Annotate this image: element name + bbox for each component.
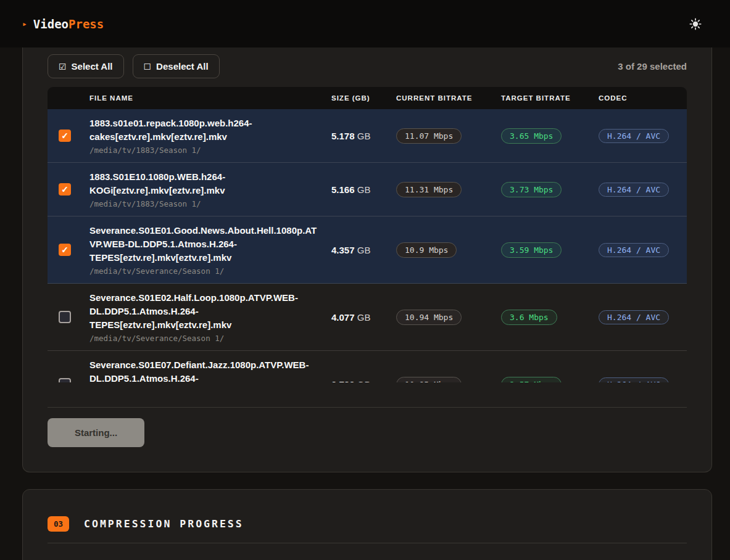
selection-status: 3 of 29 selected bbox=[618, 61, 687, 72]
play-arrow-icon: ▸ bbox=[22, 20, 27, 28]
app-logo: ▸ VideoPress bbox=[22, 17, 104, 31]
main-content: ☑ Select All ☐ Deselect All 3 of 29 sele… bbox=[0, 47, 730, 560]
current-bitrate-badge: 11.07 Mbps bbox=[396, 128, 462, 144]
column-codec: CODEC bbox=[599, 94, 687, 102]
file-size-unit: GB bbox=[355, 245, 371, 255]
file-size-unit: GB bbox=[355, 312, 371, 323]
file-name: Severance.S01E07.Defiant.Jazz.1080p.ATVP… bbox=[89, 358, 320, 382]
current-bitrate-badge: 10.94 Mbps bbox=[396, 310, 462, 325]
table-row[interactable]: ✓ 1883.s01e01.repack.1080p.web.h264-cake… bbox=[48, 109, 687, 163]
select-all-label: Select All bbox=[72, 61, 113, 72]
section-header: 03 COMPRESSION PROGRESS bbox=[48, 516, 687, 532]
file-size-value: 4.357 bbox=[331, 245, 355, 255]
table-row[interactable]: ✓ 1883.S01E10.1080p.WEB.h264-KOGi[eztv.r… bbox=[48, 163, 687, 216]
sun-icon bbox=[689, 18, 702, 30]
file-size: 5.178 GB bbox=[331, 131, 396, 141]
file-path: /media/tv/1883/Season 1/ bbox=[89, 146, 320, 155]
deselect-all-label: Deselect All bbox=[156, 61, 209, 72]
column-size: SIZE (GB) bbox=[331, 94, 396, 102]
selection-toolbar: ☑ Select All ☐ Deselect All 3 of 29 sele… bbox=[48, 54, 687, 78]
file-size-unit: GB bbox=[355, 184, 371, 195]
current-bitrate-badge: 11.31 Mbps bbox=[396, 182, 462, 197]
codec-badge: H.264 / AVC bbox=[599, 243, 669, 257]
row-checkbox[interactable] bbox=[59, 311, 71, 323]
column-target-bitrate: TARGET BITRATE bbox=[501, 94, 599, 102]
row-checkbox[interactable] bbox=[59, 378, 71, 382]
codec-badge: H.264 / AVC bbox=[599, 310, 669, 324]
current-bitrate-badge: 10.85 Mbps bbox=[396, 377, 462, 383]
file-name: Severance.S01E02.Half.Loop.1080p.ATVP.WE… bbox=[89, 291, 320, 332]
row-checkbox[interactable]: ✓ bbox=[59, 183, 71, 196]
section-divider bbox=[48, 543, 687, 543]
start-compression-button[interactable]: Starting... bbox=[48, 418, 144, 447]
file-size: 5.166 GB bbox=[331, 184, 396, 195]
table-row[interactable]: ✓ Severance.S01E01.Good.News.About.Hell.… bbox=[48, 216, 687, 284]
row-checkbox[interactable]: ✓ bbox=[59, 130, 71, 142]
column-current-bitrate: CURRENT BITRATE bbox=[396, 94, 501, 102]
column-file-name: FILE NAME bbox=[89, 94, 331, 102]
file-name: 1883.S01E10.1080p.WEB.h264-KOGi[eztv.re]… bbox=[89, 170, 320, 197]
app-header: ▸ VideoPress bbox=[0, 0, 730, 47]
empty-box-icon: ☐ bbox=[144, 62, 152, 72]
target-bitrate-badge: 3.6 Mbps bbox=[501, 310, 557, 325]
target-bitrate-badge: 3.65 Mbps bbox=[501, 128, 562, 144]
current-bitrate-badge: 10.9 Mbps bbox=[396, 242, 457, 258]
file-table-body: ✓ 1883.s01e01.repack.1080p.web.h264-cake… bbox=[48, 109, 687, 382]
logo-text-video: Video bbox=[33, 17, 68, 31]
target-bitrate-badge: 2.57 Mbps bbox=[501, 377, 562, 383]
file-size: 2.782 GB bbox=[331, 379, 396, 383]
select-all-button[interactable]: ☑ Select All bbox=[48, 54, 124, 78]
file-table: FILE NAME SIZE (GB) CURRENT BITRATE TARG… bbox=[48, 87, 687, 382]
file-size-value: 5.166 bbox=[331, 184, 355, 195]
compression-progress-card: 03 COMPRESSION PROGRESS bbox=[22, 489, 712, 560]
target-bitrate-badge: 3.59 Mbps bbox=[501, 242, 562, 258]
file-path: /media/tv/1883/Season 1/ bbox=[89, 199, 320, 208]
file-selection-card: ☑ Select All ☐ Deselect All 3 of 29 sele… bbox=[22, 47, 712, 472]
file-name: Severance.S01E01.Good.News.About.Hell.10… bbox=[89, 224, 320, 265]
codec-badge: H.264 / AVC bbox=[599, 183, 669, 197]
theme-toggle-button[interactable] bbox=[686, 14, 705, 34]
target-bitrate-badge: 3.73 Mbps bbox=[501, 182, 562, 197]
file-path: /media/tv/Severance/Season 1/ bbox=[89, 266, 320, 276]
file-size-unit: GB bbox=[355, 379, 371, 383]
logo-text-press: Press bbox=[68, 17, 104, 31]
table-row[interactable]: Severance.S01E07.Defiant.Jazz.1080p.ATVP… bbox=[48, 351, 687, 382]
toolbar-divider bbox=[48, 407, 687, 408]
section-title: COMPRESSION PROGRESS bbox=[84, 518, 244, 530]
step-number-badge: 03 bbox=[48, 516, 69, 532]
codec-badge: H.264 / AVC bbox=[599, 129, 669, 143]
checked-box-icon: ☑ bbox=[59, 62, 67, 72]
file-path: /media/tv/Severance/Season 1/ bbox=[89, 334, 320, 343]
file-size-value: 5.178 bbox=[331, 131, 355, 141]
file-size-unit: GB bbox=[355, 131, 371, 141]
row-checkbox[interactable]: ✓ bbox=[59, 244, 71, 256]
file-size-value: 4.077 bbox=[331, 312, 355, 323]
file-size: 4.357 GB bbox=[331, 245, 396, 255]
table-row[interactable]: Severance.S01E02.Half.Loop.1080p.ATVP.WE… bbox=[48, 284, 687, 351]
file-table-header: FILE NAME SIZE (GB) CURRENT BITRATE TARG… bbox=[48, 87, 687, 109]
codec-badge: H.264 / AVC bbox=[599, 377, 669, 383]
deselect-all-button[interactable]: ☐ Deselect All bbox=[133, 54, 220, 78]
file-size-value: 2.782 bbox=[331, 379, 355, 383]
file-name: 1883.s01e01.repack.1080p.web.h264-cakes[… bbox=[89, 117, 320, 144]
file-size: 4.077 GB bbox=[331, 312, 396, 323]
